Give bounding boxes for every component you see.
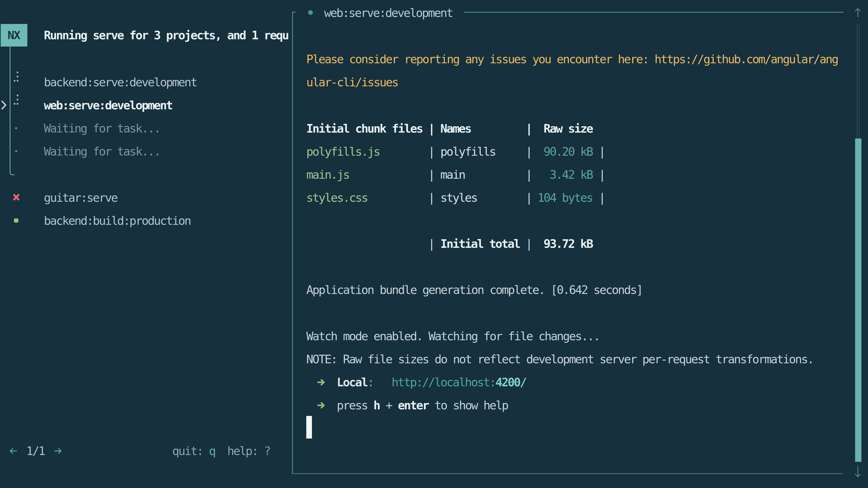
watch-mode-message: Watch mode enabled. Watching for file ch… [306,325,599,348]
page-title: Running serve for 3 projects, and 1 requ [44,24,288,47]
pipe-icon: | [428,163,434,186]
col-header-files: Initial chunk files [306,117,423,140]
panel-title: web:serve:development [324,1,453,24]
pipe-icon: | [428,232,434,255]
table-row: main.js | main | 3.42 kB | [0,163,868,186]
notice-line-2: ular-cli/issues [306,71,398,94]
note-message: NOTE: Raw file sizes do not reflect deve… [306,348,813,371]
task-label-backend-build[interactable]: backend:build:production [44,209,191,232]
col-header-names: Names [440,117,471,140]
notice-line-1: Please consider reporting any issues you… [306,48,838,71]
chunk-file: styles.css [306,186,367,209]
bundle-complete-message: Application bundle generation complete. … [306,278,642,301]
quit-label: quit: [172,444,209,458]
task-label-backend-serve[interactable]: backend:serve:development [44,71,197,94]
chunk-size: 104 bytes [475,186,592,209]
chunk-file: main.js [306,163,349,186]
table-row: styles.css | styles | 104 bytes | [0,186,868,209]
help-hint-press: press [337,398,373,412]
help-key[interactable]: ? [264,444,270,458]
help-hint-rest: to show help [428,398,508,412]
help-hint-key-enter: enter [398,398,428,412]
chunk-name: main [440,163,465,186]
help-arrow-icon [317,401,326,409]
local-label: Local: [337,371,373,394]
pipe-icon: | [599,163,605,186]
help-hint-key-h: h [373,398,379,412]
pipe-icon: | [428,117,434,140]
spinner-icon [13,70,20,82]
panel-border-top-stub [292,12,296,13]
local-url-link[interactable]: http://localhost:4200/ [392,371,526,394]
local-url-base: http://localhost: [392,376,495,389]
help-hint-plus: + [379,398,398,412]
chunk-name: styles [440,186,477,209]
table-header: Initial chunk files | Names | Raw size [0,117,868,140]
panel-border-top [464,12,844,13]
scrollbar-thumb[interactable] [855,138,862,462]
total-size: 93.72 kB [475,232,592,255]
spinner-icon [13,93,20,105]
pager-position: 1/1 [26,440,44,462]
pipe-icon: | [428,186,434,209]
chunk-file: polyfills.js [306,140,379,163]
selected-task-chevron-icon [1,100,7,110]
chunk-size: 90.20 kB [475,140,592,163]
pipe-icon: | [599,186,605,209]
task-label-web-serve-selected[interactable]: web:serve:development [44,94,172,117]
chunk-size: 3.42 kB [475,163,592,186]
panel-border-bottom [292,473,843,474]
local-url-row: Local: http://localhost:4200/ [0,371,868,394]
nx-logo: NX [1,24,27,46]
nx-logo-text: NX [8,29,20,42]
table-total-row: | Initial total | 93.72 kB [0,232,868,255]
table-row: polyfills.js | polyfills | 90.20 kB | [0,140,868,163]
statusbar-shortcuts: quit: q help: ? [172,440,270,462]
local-label-colon: : [367,376,373,389]
pipe-icon: | [599,140,605,163]
quit-key[interactable]: q [209,444,215,458]
terminal-cursor [306,416,312,438]
nx-terminal-screen: NX Running serve for 3 projects, and 1 r… [0,0,868,488]
scroll-down-arrow-icon[interactable] [854,466,862,478]
help-label: help: [215,444,264,458]
local-url-port: 4200/ [495,376,526,389]
col-header-size: Raw size [475,117,592,140]
pipe-icon: | [428,140,434,163]
pager-right-arrow-icon[interactable] [54,448,62,454]
scroll-up-arrow-icon[interactable] [854,7,862,18]
local-label-text: Local [337,376,367,389]
help-hint-row: press h + enter to show help [337,394,508,417]
panel-title-dot-icon [308,10,313,15]
